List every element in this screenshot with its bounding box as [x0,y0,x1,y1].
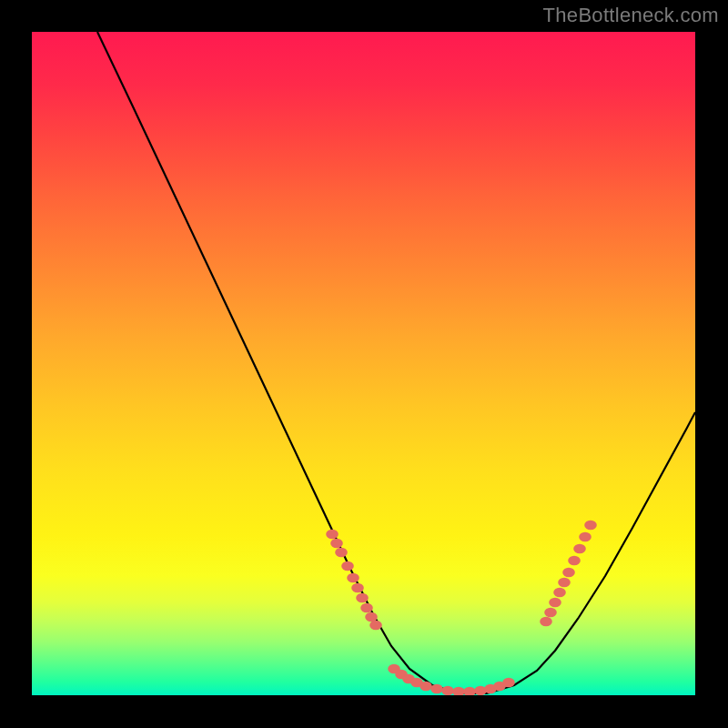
marker-dot [502,678,515,687]
watermark-text: TheBottleneck.com [543,4,719,27]
marker-dot [347,573,359,582]
marker-dot [420,682,432,691]
marker-dot [540,617,552,626]
marker-dot [562,568,575,577]
marker-dot [553,588,566,597]
marker-dot [326,530,339,539]
marker-dot [463,687,476,695]
marker-dot [351,583,364,592]
marker-dot [568,556,581,565]
marker-dot [549,598,561,607]
chart-svg [32,32,695,695]
marker-dot [579,532,592,541]
marker-dot [369,621,382,630]
marker-dot [356,593,369,602]
marker-dot [544,608,557,617]
marker-dot [330,539,343,548]
marker-dot [341,561,354,571]
marker-dot [584,521,597,530]
marker-dot [573,544,586,553]
chart-plot-area [32,32,695,695]
marker-dot [452,687,465,695]
marker-dot [360,603,373,612]
bottleneck-curve [97,32,695,693]
marker-dot [430,684,443,693]
marker-dot [365,612,378,622]
marker-dot [441,686,454,695]
marker-dot [335,548,348,557]
marker-dot [558,578,571,587]
marker-layer [326,521,597,695]
